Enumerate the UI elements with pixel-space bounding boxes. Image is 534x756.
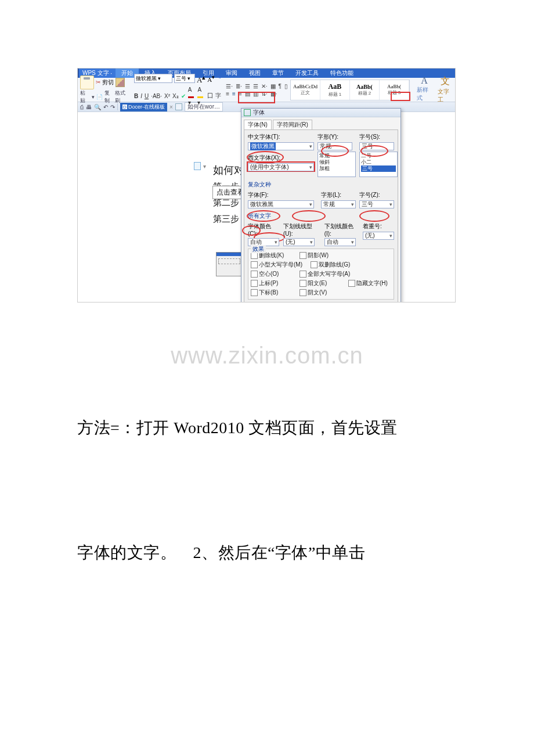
shrink-font-icon[interactable]: A▾ [207, 74, 215, 85]
copy-label[interactable]: 复制 [104, 89, 113, 105]
wps-screenshot: WPS 文字 · 开始 插入 页面布局 引用 审阅 视图 章节 开发工具 特色功… [77, 68, 456, 303]
effect-hidden[interactable]: 隐藏文字(H) [348, 279, 389, 287]
font-row-2: B I U ·AB· X² X₂ ✔ A▾ A▾ 囗 字 [134, 87, 221, 106]
style-normal[interactable]: AaBbCcDd 正文 [291, 80, 320, 100]
para-row-1: ☰· ≣· ☰ ☰ ✕· ▦ ¶ ▯ [226, 83, 288, 89]
effect-smallcaps[interactable]: 小型大写字母(M) [251, 261, 302, 269]
new-style-button[interactable]: A 新样式 [417, 75, 432, 104]
qa-undo-icon[interactable]: ↶ [103, 104, 108, 110]
font-size-list[interactable]: 二号 小二 三号 [359, 152, 398, 177]
style-sample: AaBb( [356, 84, 373, 90]
clear-format-icon[interactable]: ✎ [217, 74, 221, 85]
char-shading-icon[interactable]: 字 [215, 92, 221, 100]
dialog-tab-spacing[interactable]: 字符间距(R) [273, 120, 312, 129]
menu-tab-view[interactable]: 视图 [243, 69, 266, 78]
effect-dstrike[interactable]: 双删除线(G) [311, 261, 351, 269]
effect-subscript[interactable]: 下标(B) [251, 289, 291, 297]
align-center-icon[interactable]: ≡ [232, 91, 236, 97]
bullets-icon[interactable]: ☰· [226, 83, 233, 89]
effect-emboss[interactable]: 阳文(E) [300, 279, 340, 287]
effect-engrave[interactable]: 阴文(V) [300, 289, 340, 297]
complex-font-input[interactable]: 微软雅黑 [248, 200, 314, 208]
style-heading1[interactable]: AaB 标题 1 [320, 80, 350, 100]
font-size-input-dlg[interactable]: 三号 [359, 142, 394, 150]
fontcolor-label: 字体颜色(C): [248, 222, 280, 237]
menu-tab-devtools[interactable]: 开发工具 [290, 69, 324, 78]
annotation-square-paragraph [238, 92, 275, 103]
text-effect-icon[interactable]: ✔ [181, 93, 186, 99]
complex-size-input[interactable]: 三号 [359, 200, 394, 208]
font-style-value: 常规 [320, 142, 331, 150]
cjk-font-input[interactable]: 微软雅黑 [248, 142, 314, 150]
borders-icon[interactable]: ▯ [284, 83, 288, 89]
char-border-icon[interactable]: 囗 [207, 92, 213, 100]
highlight-icon[interactable]: A▾ [197, 87, 205, 106]
paste-icon[interactable] [80, 75, 94, 89]
italic-button[interactable]: I [140, 93, 142, 99]
qa-redo-icon[interactable]: ↷ [110, 104, 115, 110]
document-page: WPS 文字 · 开始 插入 页面布局 引用 审阅 视图 章节 开发工具 特色功… [0, 0, 534, 756]
emphasis-input[interactable]: (无) [363, 232, 394, 240]
align-right-icon[interactable]: ☰ [253, 83, 258, 89]
font-color-icon[interactable]: A▾ [188, 87, 196, 106]
style-heading2[interactable]: AaBb( 标题 2 [350, 80, 380, 100]
underline-type-input[interactable]: (无) [283, 238, 315, 246]
text-tools-label: 文字工 [438, 88, 453, 104]
complex-style-input[interactable]: 常规 [321, 200, 356, 208]
para-marks-icon[interactable]: ¶ [279, 83, 282, 89]
align-just-icon[interactable]: ≡ [226, 91, 229, 97]
effect-allcaps[interactable]: 全部大写字母(A) [300, 270, 350, 278]
superscript-button[interactable]: X² [164, 93, 170, 99]
fp-label[interactable]: 格式刷 [115, 89, 128, 105]
underline-button[interactable]: U [145, 93, 149, 99]
style-label: 正文 [301, 89, 310, 96]
article-paragraph-2: 字体的文字。 2、然后在“字体”中单击 [77, 543, 365, 563]
shading-icon[interactable]: ▦ [270, 83, 276, 89]
format-painter-icon[interactable] [116, 78, 125, 87]
grow-font-icon[interactable]: A▴ [197, 74, 205, 85]
scissors-icon[interactable]: ✂ [96, 79, 100, 85]
complex-size-label: 字号(Z): [359, 191, 394, 199]
menu-tab-sections[interactable]: 章节 [266, 69, 290, 78]
styles-gallery[interactable]: AaBbCcDd 正文 AaB 标题 1 AaBb( 标题 2 AaBb( 标题… [290, 80, 410, 100]
qa-sep [117, 103, 118, 110]
numbering-icon[interactable]: ≣· [236, 83, 242, 89]
font-row-1: 微软雅黑 ▾ 三号 ▾ A▴ A▾ ✎ [134, 74, 221, 85]
list-item[interactable]: 二号 [361, 153, 396, 159]
line-spacing-icon[interactable]: ✕· [261, 83, 268, 89]
menu-tab-review[interactable]: 审阅 [220, 69, 243, 78]
qa-preview-icon[interactable]: 🔍 [94, 104, 101, 110]
font-style-list[interactable]: 常规 倾斜 加粗 [317, 152, 356, 177]
menu-tab-label: 特色功能 [330, 69, 353, 77]
underline-color-value: 自动 [327, 238, 338, 246]
western-font-input[interactable]: (使用中文字体) [248, 163, 314, 171]
emphasis-label: 着重号: [363, 222, 394, 231]
cb-label: 阴影(W) [308, 251, 329, 260]
font-size-input[interactable]: 三号 ▾ [174, 74, 195, 83]
font-name-input[interactable]: 微软雅黑 ▾ [134, 74, 172, 83]
effect-superscript[interactable]: 上标(P) [251, 279, 291, 287]
bold-button[interactable]: B [134, 93, 138, 99]
cb-label: 上标(P) [259, 279, 278, 287]
insert-marker-arrow: ▾ [203, 163, 206, 170]
effect-shadow[interactable]: 阴影(W) [300, 251, 340, 260]
effect-outline[interactable]: 空心(O) [251, 270, 291, 278]
align-left-icon[interactable]: ☰ [245, 83, 250, 89]
list-item[interactable]: 倾斜 [319, 159, 354, 165]
dialog-title-bar[interactable]: 字体 [241, 109, 400, 117]
paste-label[interactable]: 粘贴 [80, 89, 89, 105]
underline-color-input[interactable]: 自动 [324, 238, 356, 246]
list-item[interactable]: 加粗 [319, 165, 354, 172]
dialog-body: 中文字体(T): 微软雅黑 西文字体(X): (使用中文字体) 字形(Y): 常 [244, 129, 398, 303]
font-style-input[interactable]: 常规 [317, 142, 352, 150]
list-item[interactable]: 小二 [361, 159, 396, 165]
list-item[interactable]: 三号 [361, 165, 396, 172]
list-item[interactable]: 常规 [319, 153, 354, 159]
qa-print-icon[interactable]: 🖶 [86, 104, 92, 110]
menu-tab-special[interactable]: 特色功能 [324, 69, 359, 78]
subscript-button[interactable]: X₂ [172, 93, 179, 99]
dialog-tab-font[interactable]: 字体(N) [244, 120, 272, 129]
strike-button[interactable]: ·AB· [151, 93, 162, 99]
qa-save-icon[interactable]: ⎙ [80, 104, 84, 110]
text-tools-button[interactable]: 文 文字工 [438, 75, 453, 104]
